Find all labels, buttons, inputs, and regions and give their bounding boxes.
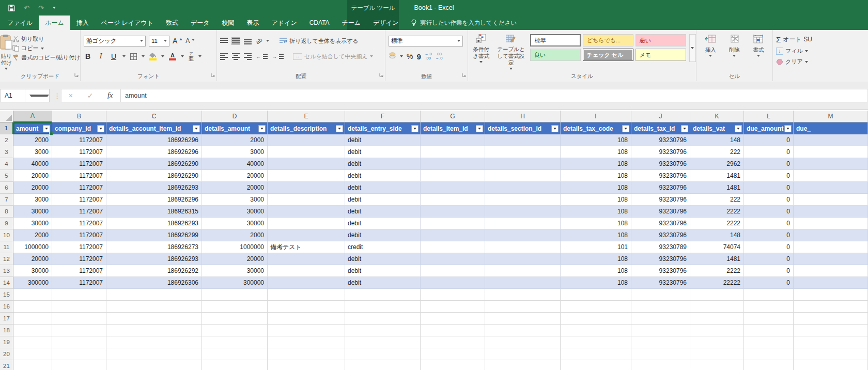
cell-J10[interactable]: 93230796 (631, 229, 690, 241)
cell-M13[interactable] (794, 265, 868, 277)
row-header-18[interactable]: 18 (0, 325, 13, 336)
filter-dropdown-icon[interactable] (476, 125, 483, 132)
row-header-14[interactable]: 14 (0, 277, 13, 289)
cell-F5[interactable]: debit (345, 170, 421, 182)
cell-F7[interactable]: debit (345, 194, 421, 206)
cell-H1[interactable]: details_section_id (485, 122, 561, 134)
cell-I19[interactable] (561, 336, 631, 348)
filter-dropdown-icon[interactable] (97, 125, 104, 132)
formula-input[interactable]: amount (120, 89, 868, 102)
cell-E10[interactable] (268, 229, 345, 241)
cell-K14[interactable]: 22222 (690, 277, 744, 289)
cell-A6[interactable]: 20000 (13, 182, 52, 194)
cell-K15[interactable] (690, 289, 744, 301)
cell-A17[interactable] (13, 313, 52, 325)
cell-D19[interactable] (202, 336, 268, 348)
row-header-1[interactable]: 1 (0, 122, 13, 134)
tab-校閲[interactable]: 校閲 (216, 16, 241, 30)
cell-C11[interactable]: 186926273 (106, 241, 202, 253)
cell-M19[interactable] (794, 336, 868, 348)
cell-I8[interactable]: 108 (561, 206, 631, 218)
cell-E3[interactable] (268, 146, 345, 158)
cell-F2[interactable]: debit (345, 134, 421, 146)
cell-G1[interactable]: details_item_id (421, 122, 485, 134)
copy-button[interactable]: コピー (12, 44, 80, 52)
number-dialog-launcher-icon[interactable] (462, 70, 466, 79)
column-header-B[interactable]: B (52, 111, 106, 122)
cell-A14[interactable]: 300000 (13, 277, 52, 289)
paste-button[interactable]: 貼り付け (0, 34, 12, 70)
cell-F11[interactable]: credit (345, 241, 421, 253)
cell-I7[interactable]: 108 (561, 194, 631, 206)
phonetic-guide-icon[interactable]: ア 亜 (189, 51, 194, 61)
formula-bar-splitter[interactable]: ⋮ (54, 89, 60, 102)
cell-J1[interactable]: details_tax_id (631, 122, 690, 134)
cell-F19[interactable] (345, 336, 421, 348)
cell-D9[interactable]: 30000 (202, 218, 268, 229)
cell-E21[interactable] (268, 360, 345, 370)
cell-I14[interactable]: 108 (561, 277, 631, 289)
cell-H6[interactable] (485, 182, 561, 194)
font-color-caret-icon[interactable] (181, 55, 184, 57)
cell-D1[interactable]: details_amount (202, 122, 268, 134)
cell-M14[interactable] (794, 277, 868, 289)
cell-C17[interactable] (106, 313, 202, 325)
cell-A2[interactable]: 2000 (13, 134, 52, 146)
cell-H3[interactable] (485, 146, 561, 158)
cell-F10[interactable]: debit (345, 229, 421, 241)
cell-G19[interactable] (421, 336, 485, 348)
cell-E8[interactable] (268, 206, 345, 218)
cell-L13[interactable]: 0 (744, 265, 794, 277)
cell-A19[interactable] (13, 336, 52, 348)
orientation-caret-icon[interactable] (266, 40, 269, 42)
cell-G16[interactable] (421, 301, 485, 313)
cell-C7[interactable]: 186926296 (106, 194, 202, 206)
cell-D15[interactable] (202, 289, 268, 301)
cell-G8[interactable] (421, 206, 485, 218)
cell-B15[interactable] (52, 289, 106, 301)
cell-style-どちらでも...[interactable]: どちらでも... (583, 34, 633, 47)
cell-J6[interactable]: 93230796 (631, 182, 690, 194)
cell-K20[interactable] (690, 348, 744, 360)
cell-D13[interactable]: 30000 (202, 265, 268, 277)
cell-F17[interactable] (345, 313, 421, 325)
cell-J4[interactable]: 93230796 (631, 158, 690, 170)
cell-D6[interactable]: 20000 (202, 182, 268, 194)
alignment-dialog-launcher-icon[interactable] (379, 70, 383, 79)
font-dialog-launcher-icon[interactable] (211, 70, 215, 79)
currency-format-icon[interactable] (389, 52, 396, 61)
cell-style-良い[interactable]: 良い (530, 49, 581, 61)
cell-F1[interactable]: details_entry_side (345, 122, 421, 134)
insert-cells-button[interactable]: 挿入 (705, 34, 716, 57)
filter-dropdown-icon[interactable] (784, 125, 792, 132)
cancel-icon[interactable]: × (69, 91, 73, 100)
cell-G5[interactable] (421, 170, 485, 182)
cell-E7[interactable] (268, 194, 345, 206)
name-box-caret-icon[interactable] (25, 89, 50, 102)
cell-M11[interactable] (794, 241, 868, 253)
align-bottom-icon[interactable] (244, 38, 252, 44)
cell-B8[interactable]: 1172007 (52, 206, 106, 218)
cell-M6[interactable] (794, 182, 868, 194)
cell-A20[interactable] (13, 348, 52, 360)
cell-I9[interactable]: 108 (561, 218, 631, 229)
cell-K7[interactable]: 222 (690, 194, 744, 206)
cell-M20[interactable] (794, 348, 868, 360)
cell-C4[interactable]: 186926290 (106, 158, 202, 170)
align-right-icon[interactable] (244, 53, 252, 60)
cell-E14[interactable] (268, 277, 345, 289)
undo-icon[interactable]: ↶ (24, 4, 29, 12)
cell-J14[interactable]: 93230796 (631, 277, 690, 289)
row-header-9[interactable]: 9 (0, 218, 13, 229)
cell-J20[interactable] (631, 348, 690, 360)
cell-E2[interactable] (268, 134, 345, 146)
tab-CDATA[interactable]: CDATA (303, 16, 336, 30)
cell-H15[interactable] (485, 289, 561, 301)
cell-D21[interactable] (202, 360, 268, 370)
borders-caret-icon[interactable] (142, 55, 145, 57)
tab-チーム[interactable]: チーム (336, 16, 367, 30)
cell-A9[interactable]: 30000 (13, 218, 52, 229)
cell-E19[interactable] (268, 336, 345, 348)
cell-B11[interactable]: 1172007 (52, 241, 106, 253)
cell-E4[interactable] (268, 158, 345, 170)
